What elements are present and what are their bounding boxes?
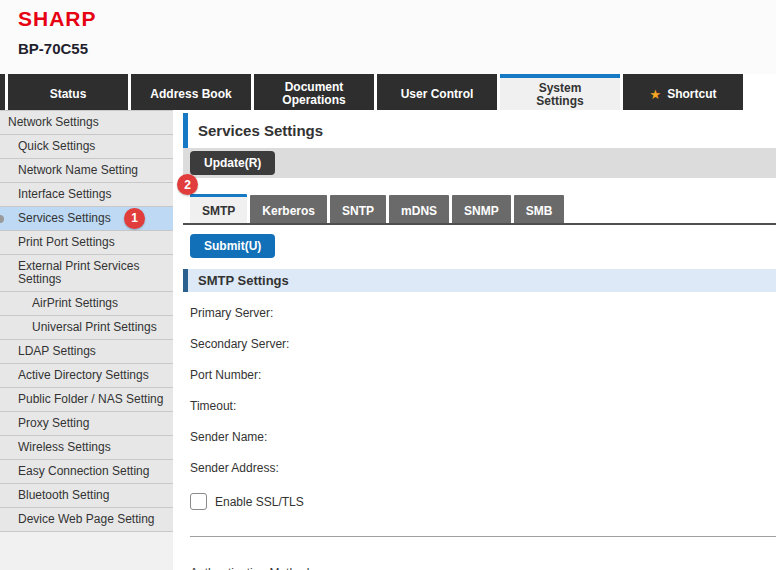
field-label-sender-name: Sender Name: bbox=[190, 431, 776, 444]
sidebar-nav: Network SettingsQuick SettingsNetwork Na… bbox=[0, 110, 173, 570]
sharp-logo: SHARP bbox=[18, 9, 776, 31]
tab-label: Shortcut bbox=[667, 88, 716, 101]
nav-tab-bar: StatusAddress BookDocument OperationsUse… bbox=[0, 74, 776, 110]
step-badge-1: 1 bbox=[124, 208, 145, 229]
sidebar-item-label: Quick Settings bbox=[18, 139, 95, 153]
sidebar-item-label: Interface Settings bbox=[18, 187, 111, 201]
sidebar-item-label: Public Folder / NAS Setting bbox=[18, 392, 163, 406]
subtab-sntp[interactable]: SNTP bbox=[330, 195, 386, 223]
subtab-kerberos[interactable]: Kerberos bbox=[250, 195, 327, 223]
sidebar-item-label: LDAP Settings bbox=[18, 344, 96, 358]
subtab-label: SNTP bbox=[342, 204, 374, 218]
sidebar-item-ldap-settings[interactable]: LDAP Settings bbox=[0, 340, 173, 364]
tab-document-operations[interactable]: Document Operations bbox=[254, 74, 374, 110]
sidebar-item-device-web-page-setting[interactable]: Device Web Page Setting bbox=[0, 508, 173, 532]
sidebar-item-label: Universal Print Settings bbox=[32, 320, 157, 334]
field-label-port-number: Port Number: bbox=[190, 369, 776, 382]
sidebar-item-label: Bluetooth Setting bbox=[18, 488, 109, 502]
subtab-mdns[interactable]: mDNS bbox=[389, 195, 449, 223]
model-name: BP-70C55 bbox=[18, 40, 776, 57]
sidebar-item-active-directory-settings[interactable]: Active Directory Settings bbox=[0, 364, 173, 388]
tab-shortcut[interactable]: ★Shortcut bbox=[623, 74, 743, 110]
sidebar-item-label: Easy Connection Setting bbox=[18, 464, 149, 478]
sidebar-item-label: Wireless Settings bbox=[18, 440, 111, 454]
field-label-secondary-server: Secondary Server: bbox=[190, 338, 776, 351]
sidebar-item-label: Services Settings bbox=[18, 211, 111, 225]
subtab-label: mDNS bbox=[401, 204, 437, 218]
tab-label: Document Operations bbox=[282, 81, 345, 107]
sidebar-item-public-folder-nas-setting[interactable]: Public Folder / NAS Setting bbox=[0, 388, 173, 412]
main-content: Services Settings Update(R) 2 SMTPKerber… bbox=[183, 110, 776, 570]
enable-ssl-row: Enable SSL/TLS bbox=[183, 493, 776, 510]
subtab-smb[interactable]: SMB bbox=[514, 195, 565, 223]
main-layout: Network SettingsQuick SettingsNetwork Na… bbox=[0, 110, 776, 570]
page: SHARP BP-70C55 StatusAddress BookDocumen… bbox=[0, 0, 776, 570]
sidebar-item-label: External Print Services Settings bbox=[18, 259, 139, 286]
field-label-primary-server: Primary Server: bbox=[190, 307, 776, 320]
star-icon: ★ bbox=[650, 88, 662, 101]
sidebar-item-label: Print Port Settings bbox=[18, 235, 115, 249]
sidebar-item-proxy-setting[interactable]: Proxy Setting bbox=[0, 412, 173, 436]
nav-bar-lead-segment bbox=[0, 74, 5, 110]
sidebar-item-external-print-services-settings[interactable]: External Print Services Settings bbox=[0, 255, 173, 292]
sidebar-item-network-settings[interactable]: Network Settings bbox=[0, 111, 173, 135]
sidebar-item-wireless-settings[interactable]: Wireless Settings bbox=[0, 436, 173, 460]
sidebar-item-universal-print-settings[interactable]: Universal Print Settings bbox=[0, 316, 173, 340]
sidebar-item-label: AirPrint Settings bbox=[32, 296, 118, 310]
tab-label: Address Book bbox=[150, 88, 231, 101]
field-label-sender-address: Sender Address: bbox=[190, 462, 776, 475]
field-label-timeout: Timeout: bbox=[190, 400, 776, 413]
section-header: SMTP Settings bbox=[183, 269, 776, 292]
sidebar-item-label: Network Name Setting bbox=[18, 163, 138, 177]
page-title-text: Services Settings bbox=[198, 122, 323, 139]
sidebar-item-airprint-settings[interactable]: AirPrint Settings bbox=[0, 292, 173, 316]
enable-ssl-label: Enable SSL/TLS bbox=[215, 495, 304, 509]
tab-address-book[interactable]: Address Book bbox=[131, 74, 251, 110]
subtab-label: Kerberos bbox=[262, 204, 315, 218]
tab-label: User Control bbox=[401, 88, 474, 101]
subtab-smtp[interactable]: SMTP bbox=[190, 194, 247, 223]
sidebar-item-label: Device Web Page Setting bbox=[18, 512, 155, 526]
section-divider bbox=[190, 536, 776, 537]
sidebar-item-label: Network Settings bbox=[8, 115, 99, 129]
subtab-bar: SMTPKerberosSNTPmDNSSNMPSMB bbox=[183, 194, 776, 225]
update-button[interactable]: Update(R) bbox=[190, 151, 275, 175]
app-header: SHARP BP-70C55 bbox=[0, 0, 776, 74]
page-title: Services Settings bbox=[183, 113, 776, 148]
enable-ssl-checkbox[interactable] bbox=[190, 493, 207, 510]
tab-status[interactable]: Status bbox=[8, 74, 128, 110]
sidebar-item-bluetooth-setting[interactable]: Bluetooth Setting bbox=[0, 484, 173, 508]
tab-label: System Settings bbox=[536, 82, 583, 108]
submit-button[interactable]: Submit(U) bbox=[190, 234, 275, 258]
section-title-text: SMTP Settings bbox=[198, 273, 289, 288]
toolbar: Update(R) bbox=[183, 148, 776, 178]
sidebar-item-label: Proxy Setting bbox=[18, 416, 89, 430]
subtab-label: SMTP bbox=[202, 204, 235, 218]
tab-label: Status bbox=[50, 88, 87, 101]
sidebar-item-easy-connection-setting[interactable]: Easy Connection Setting bbox=[0, 460, 173, 484]
tab-user-control[interactable]: User Control bbox=[377, 74, 497, 110]
tab-system-settings[interactable]: System Settings bbox=[500, 74, 620, 112]
sidebar-item-print-port-settings[interactable]: Print Port Settings bbox=[0, 231, 173, 255]
subtab-label: SNMP bbox=[464, 204, 499, 218]
smtp-form: Primary Server:Secondary Server:Port Num… bbox=[183, 292, 776, 475]
sidebar-item-services-settings[interactable]: Services Settings1 bbox=[0, 207, 173, 231]
sidebar-item-interface-settings[interactable]: Interface Settings bbox=[0, 183, 173, 207]
sidebar-item-network-name-setting[interactable]: Network Name Setting bbox=[0, 159, 173, 183]
subtab-snmp[interactable]: SNMP bbox=[452, 195, 511, 223]
step-badge-2: 2 bbox=[177, 174, 198, 195]
subtab-label: SMB bbox=[526, 204, 553, 218]
sidebar-item-label: Active Directory Settings bbox=[18, 368, 149, 382]
sidebar-item-quick-settings[interactable]: Quick Settings bbox=[0, 135, 173, 159]
